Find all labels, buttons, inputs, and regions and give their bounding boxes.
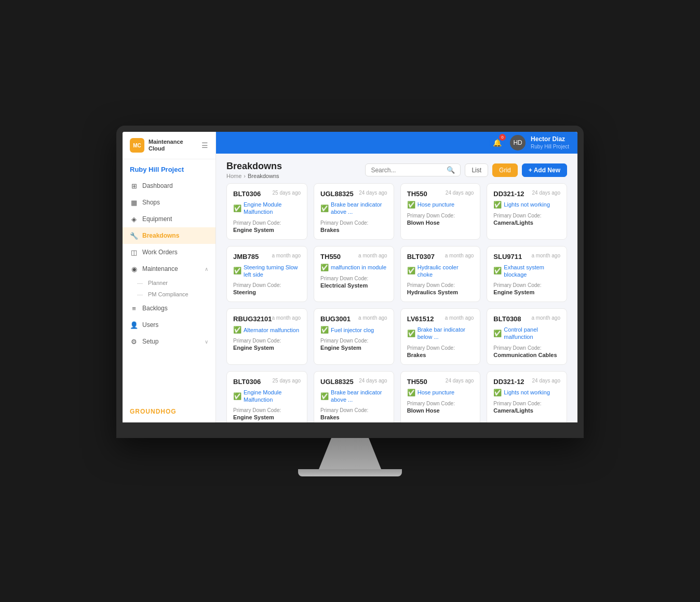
grid-view-button[interactable]: Grid [492,163,518,177]
card-id: RBUG32101 [233,315,272,323]
breadcrumb: Home › Breakdowns [226,173,282,179]
check-icon: ✅ [233,267,241,275]
app-logo-icon: MC [130,138,144,153]
app-logo-text: Maintenance Cloud [149,139,183,152]
card-issue: ✅ Control panel malfunction [493,326,560,341]
card-issue-text: Hose puncture [418,389,455,396]
check-icon: ✅ [407,267,415,275]
check-icon: ✅ [233,326,241,334]
card-issue-text: malfunction in module [331,264,386,271]
check-icon: ✅ [493,267,502,275]
sidebar-item-dashboard[interactable]: ⊞ Dashboard [123,177,216,194]
sidebar-item-pm-compliance[interactable]: PM Compliance [123,289,216,300]
breakdown-card[interactable]: BLT0306 25 days ago ✅ Engine Module Malf… [226,371,307,422]
breakdown-card[interactable]: UGL88325 24 days ago ✅ Brake bear indica… [314,371,394,422]
card-issue-text: Engine Module Malfunction [244,389,301,404]
card-header: DD321-12 24 days ago [493,378,560,386]
breakdown-card[interactable]: SLU9711 a month ago ✅ Exhaust system blo… [487,246,567,303]
card-down-label: Primary Down Code: [407,282,474,288]
card-down-label: Primary Down Code: [407,213,474,218]
workorders-icon: ◫ [130,248,138,256]
card-issue-text: Brake bear indicator above ... [331,201,387,216]
hamburger-menu[interactable]: ☰ [201,141,208,149]
card-issue-text: Hose puncture [418,201,455,208]
card-issue: ✅ Hose puncture [407,201,474,209]
card-id: BLT0306 [233,378,261,386]
card-down-label: Primary Down Code: [407,401,474,406]
breakdown-card[interactable]: RBUG32101 a month ago ✅ Alternator malfu… [226,308,307,365]
sidebar-item-backlogs[interactable]: ≡ Backlogs [123,300,216,317]
brand-name: GROUNDHOG [130,408,208,415]
check-icon: ✅ [320,326,329,334]
card-header: BLT0306 25 days ago [233,378,301,386]
card-id: LV61512 [407,315,434,323]
card-issue-text: Alternator malfunction [244,326,299,334]
card-issue: ✅ Alternator malfunction [233,326,301,334]
card-issue-text: Fuel injector clog [331,326,374,334]
sidebar-footer: GROUNDHOG [123,401,216,422]
search-icon: 🔍 [447,166,455,174]
card-time: 24 days ago [359,190,387,196]
breakdown-card[interactable]: DD321-12 24 days ago ✅ Lights not workin… [487,183,567,240]
check-icon: ✅ [233,392,241,400]
sidebar-item-breakdowns[interactable]: 🔧 Breakdowns [123,227,216,244]
card-header: TH550 a month ago [320,253,387,261]
breakdown-card[interactable]: BUG3001 a month ago ✅ Fuel injector clog… [314,308,394,365]
card-down-value: Engine System [233,414,301,420]
sidebar: MC Maintenance Cloud ☰ Ruby Hill Project… [123,132,216,422]
equipment-icon: ◈ [130,215,138,223]
card-id: TH550 [407,190,427,198]
sidebar-item-shops[interactable]: ▦ Shops [123,194,216,211]
card-time: a month ago [272,315,301,321]
card-issue-text: Brake bear indicator above ... [331,389,387,404]
maintenance-icon: ◉ [130,265,138,273]
breakdown-card[interactable]: BLT0306 25 days ago ✅ Engine Module Malf… [226,183,307,240]
check-icon: ✅ [407,201,415,209]
breakdown-card[interactable]: TH550 24 days ago ✅ Hose puncture Primar… [400,183,481,240]
card-down-label: Primary Down Code: [407,345,474,351]
add-new-button[interactable]: + Add New [522,163,567,177]
breakdown-card[interactable]: BLT0307 a month ago ✅ Hydraulic cooler c… [400,246,481,303]
sidebar-item-users[interactable]: 👤 Users [123,317,216,333]
card-issue: ✅ Hydraulic cooler choke [407,264,474,279]
list-view-button[interactable]: List [465,163,488,177]
card-down-value: Engine System [320,345,387,351]
check-icon: ✅ [407,330,415,337]
card-issue: ✅ Lights not working [493,389,560,396]
card-issue-text: Steering turning Slow left side [244,264,301,279]
card-time: a month ago [358,253,387,258]
card-id: DD321-12 [493,378,524,386]
sidebar-item-setup[interactable]: ⚙ Setup ∨ [123,333,216,350]
card-time: 24 days ago [446,190,474,196]
card-down-label: Primary Down Code: [493,345,560,351]
sidebar-item-planner[interactable]: Planner [123,277,216,289]
card-id: UGL88325 [320,190,354,198]
notification-button[interactable]: 🔔 0 [489,135,505,150]
card-issue: ✅ Brake bar indicator below ... [407,326,474,341]
card-header: SLU9711 a month ago [493,253,560,261]
breakdown-card[interactable]: TH550 a month ago ✅ malfunction in modul… [314,246,394,303]
user-name: Hector Diaz [531,135,569,144]
card-time: a month ago [531,253,560,258]
check-icon: ✅ [493,389,502,396]
search-input[interactable] [371,167,443,174]
sidebar-nav: ⊞ Dashboard ▦ Shops ◈ Equipment 🔧 Breakd… [123,177,216,350]
breakdown-card[interactable]: LV61512 a month ago ✅ Brake bar indicato… [400,308,481,365]
sidebar-item-equipment[interactable]: ◈ Equipment [123,211,216,227]
card-id: DD321-12 [493,190,524,198]
card-issue: ✅ Steering turning Slow left side [233,264,301,279]
card-id: TH550 [407,378,427,386]
breakdown-card[interactable]: TH550 24 days ago ✅ Hose puncture Primar… [400,371,481,422]
breakdown-card[interactable]: JMB785 a month ago ✅ Steering turning Sl… [226,246,307,303]
breakdown-card[interactable]: BLT0308 a month ago ✅ Control panel malf… [487,308,567,365]
card-issue-text: Hydraulic cooler choke [418,264,474,279]
breakdown-card[interactable]: UGL88325 24 days ago ✅ Brake bear indica… [314,183,394,240]
card-id: BLT0308 [493,315,521,323]
card-down-value: Hydraulics System [407,289,474,295]
breakdown-card[interactable]: DD321-12 24 days ago ✅ Lights not workin… [487,371,567,422]
card-down-label: Primary Down Code: [493,213,560,218]
sidebar-item-workorders[interactable]: ◫ Work Orders [123,244,216,261]
card-down-value: Steering [233,289,301,295]
card-id: BLT0306 [233,190,261,198]
sidebar-item-maintenance[interactable]: ◉ Maintenance ∧ [123,261,216,277]
